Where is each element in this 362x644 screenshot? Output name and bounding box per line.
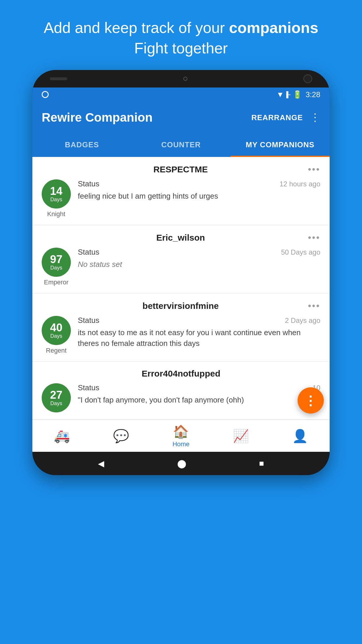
days-column: 27 Days bbox=[42, 383, 71, 412]
nav-profile[interactable]: 👤 bbox=[292, 428, 308, 444]
header-line2: Fight together bbox=[134, 40, 228, 57]
tab-bar: BADGES COUNTER MY COMPANIONS bbox=[32, 134, 330, 157]
back-button[interactable]: ◀ bbox=[98, 459, 104, 468]
status-label: Status bbox=[78, 316, 99, 325]
days-count: 40 bbox=[50, 322, 62, 333]
card-header: Error404notfupped bbox=[42, 369, 320, 379]
days-count: 27 bbox=[50, 389, 62, 400]
status-row: Status 12 hours ago bbox=[78, 179, 320, 188]
days-count: 97 bbox=[50, 254, 62, 265]
days-rank: Knight bbox=[47, 210, 65, 218]
rearrange-button[interactable]: REARRANGE bbox=[251, 113, 303, 122]
time-display: 3:28 bbox=[305, 90, 320, 99]
card-header: bettervirsionfmine ••• bbox=[42, 300, 320, 311]
emergency-icon: 🚑 bbox=[54, 428, 70, 444]
card-header: RESPECTME ••• bbox=[42, 164, 320, 175]
companion-username: Eric_wilson bbox=[53, 233, 308, 243]
tab-my-companions[interactable]: MY COMPANIONS bbox=[231, 134, 330, 157]
days-label: Days bbox=[50, 333, 62, 339]
fab-icon: ⋮ bbox=[304, 393, 317, 408]
companion-card: RESPECTME ••• 14 Days Knight Status bbox=[32, 157, 330, 225]
tab-badges[interactable]: BADGES bbox=[32, 134, 131, 157]
phone-top-chrome bbox=[32, 70, 330, 88]
companion-more-icon[interactable]: ••• bbox=[308, 300, 320, 311]
days-column: 14 Days Knight bbox=[42, 179, 71, 218]
app-bar-actions: REARRANGE ⋮ bbox=[251, 111, 320, 124]
phone-nav-bar: ◀ ⬤ ■ bbox=[32, 452, 330, 475]
status-bar: ▼ ▌ 🔋 3:28 bbox=[32, 88, 330, 102]
companion-card: Error404notfupped 27 Days Status 10 bbox=[32, 362, 330, 420]
status-label: Status bbox=[78, 248, 99, 257]
nav-chat[interactable]: 💬 bbox=[113, 428, 129, 444]
phone-container: ▼ ▌ 🔋 3:28 Rewire Companion REARRANGE ⋮ … bbox=[32, 70, 330, 475]
card-body: 27 Days Status 10 "I don't fap anymore, … bbox=[42, 383, 320, 412]
status-message: feeling nice but I am getting hints of u… bbox=[78, 191, 320, 201]
card-info: Status 12 hours ago feeling nice but I a… bbox=[78, 179, 320, 201]
days-rank: Emperor bbox=[44, 279, 68, 286]
days-circle: 27 Days bbox=[42, 383, 71, 412]
header-bold: companions bbox=[229, 19, 318, 36]
companion-more-icon[interactable]: ••• bbox=[308, 164, 320, 175]
header-text: Add and keep track of your companions Fi… bbox=[23, 18, 339, 58]
companion-card: Eric_wilson ••• 97 Days Emperor Status bbox=[32, 225, 330, 293]
recent-button[interactable]: ■ bbox=[259, 459, 264, 468]
days-label: Days bbox=[50, 265, 62, 271]
card-header: Eric_wilson ••• bbox=[42, 232, 320, 243]
signal-circle bbox=[42, 91, 49, 98]
home-label: Home bbox=[173, 440, 190, 448]
days-column: 40 Days Regent bbox=[42, 316, 71, 354]
header-section: Add and keep track of your companions Fi… bbox=[0, 0, 362, 70]
wifi-icon: ▼ bbox=[276, 90, 284, 99]
nav-emergency[interactable]: 🚑 bbox=[54, 428, 70, 444]
time-ago: 50 Days ago bbox=[281, 248, 320, 256]
card-info: Status 2 Days ago its not easy to me as … bbox=[78, 316, 320, 349]
status-label: Status bbox=[78, 179, 99, 188]
signal-icon: ▌ bbox=[286, 91, 290, 98]
tab-counter[interactable]: COUNTER bbox=[131, 134, 231, 157]
time-ago: 12 hours ago bbox=[280, 180, 320, 188]
card-info: Status 50 Days ago No status set bbox=[78, 248, 320, 270]
days-rank: Regent bbox=[46, 347, 67, 354]
status-row: Status 2 Days ago bbox=[78, 316, 320, 325]
status-row: Status 10 bbox=[78, 383, 320, 392]
profile-icon: 👤 bbox=[292, 428, 308, 444]
home-icon: 🏠 bbox=[173, 424, 189, 439]
days-circle: 97 Days bbox=[42, 248, 71, 277]
companion-more-icon[interactable]: ••• bbox=[308, 232, 320, 243]
status-label: Status bbox=[78, 383, 99, 392]
status-row: Status 50 Days ago bbox=[78, 248, 320, 257]
companion-username: Error404notfupped bbox=[53, 369, 309, 379]
app-bar: Rewire Companion REARRANGE ⋮ bbox=[32, 102, 330, 134]
days-circle: 14 Days bbox=[42, 179, 71, 209]
chat-icon: 💬 bbox=[113, 428, 129, 444]
card-body: 40 Days Regent Status 2 Days ago its not… bbox=[42, 316, 320, 354]
companion-card: bettervirsionfmine ••• 40 Days Regent St… bbox=[32, 293, 330, 362]
status-message: its not easy to me as it not easy for yo… bbox=[78, 327, 320, 349]
home-button[interactable]: ⬤ bbox=[177, 459, 186, 468]
days-column: 97 Days Emperor bbox=[42, 248, 71, 286]
app-title: Rewire Companion bbox=[42, 111, 152, 125]
stats-icon: 📈 bbox=[233, 428, 249, 444]
fab-button[interactable]: ⋮ bbox=[298, 387, 324, 414]
card-info: Status 10 "I don't fap anymore, you don'… bbox=[78, 383, 320, 405]
nav-home[interactable]: 🏠 Home bbox=[173, 424, 190, 448]
status-message: No status set bbox=[78, 259, 320, 270]
nav-stats[interactable]: 📈 bbox=[233, 428, 249, 444]
more-menu-icon[interactable]: ⋮ bbox=[310, 111, 320, 124]
card-body: 97 Days Emperor Status 50 Days ago No st… bbox=[42, 248, 320, 286]
days-count: 14 bbox=[50, 186, 62, 197]
battery-icon: 🔋 bbox=[293, 90, 302, 99]
status-message: "I don't fap anymore, you don't fap anym… bbox=[78, 395, 320, 405]
bottom-nav: 🚑 💬 🏠 Home 📈 👤 bbox=[32, 420, 330, 452]
status-icons: ▼ ▌ 🔋 bbox=[276, 90, 302, 99]
time-ago: 2 Days ago bbox=[285, 316, 320, 325]
content-area: RESPECTME ••• 14 Days Knight Status bbox=[32, 157, 330, 420]
card-body: 14 Days Knight Status 12 hours ago feeli… bbox=[42, 179, 320, 218]
companion-username: RESPECTME bbox=[53, 164, 308, 174]
companion-username: bettervirsionfmine bbox=[53, 301, 308, 311]
status-bar-right: ▼ ▌ 🔋 3:28 bbox=[276, 90, 320, 99]
days-circle: 40 Days bbox=[42, 316, 71, 345]
days-label: Days bbox=[50, 197, 62, 203]
days-label: Days bbox=[50, 400, 62, 407]
